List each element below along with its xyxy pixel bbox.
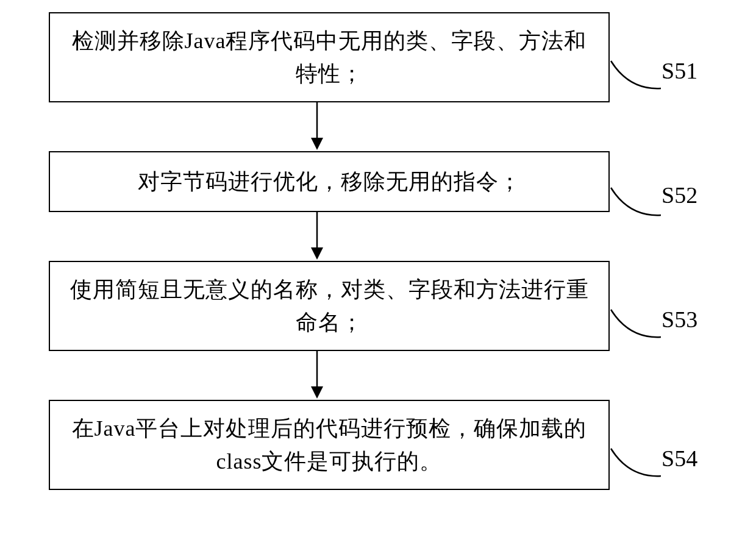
svg-marker-5 <box>311 386 323 399</box>
arrow-down-icon <box>305 212 329 261</box>
step-text-2: 对字节码进行优化，移除无用的指令； <box>138 165 521 198</box>
step-text-3: 使用简短且无意义的名称，对类、字段和方法进行重命名； <box>68 273 590 339</box>
step-text-4: 在Java平台上对处理后的代码进行预检，确保加载的class文件是可执行的。 <box>68 412 590 478</box>
step-row-3: 使用简短且无意义的名称，对类、字段和方法进行重命名； S53 <box>24 261 732 351</box>
arrow-2 <box>305 212 329 261</box>
arrow-down-icon <box>305 102 329 151</box>
step-row-1: 检测并移除Java程序代码中无用的类、字段、方法和特性； S51 <box>24 12 732 102</box>
step-label-3: S53 <box>661 306 697 333</box>
flowchart-container: 检测并移除Java程序代码中无用的类、字段、方法和特性； S51 对字节码进行优… <box>24 12 732 490</box>
connector-curve-4 <box>611 449 663 480</box>
step-row-2: 对字节码进行优化，移除无用的指令； S52 <box>24 151 732 212</box>
svg-marker-1 <box>311 138 323 150</box>
connector-curve-2 <box>611 188 663 219</box>
step-box-2: 对字节码进行优化，移除无用的指令； <box>49 151 610 212</box>
step-box-4: 在Java平台上对处理后的代码进行预检，确保加载的class文件是可执行的。 <box>49 400 610 490</box>
connector-curve-1 <box>611 61 663 93</box>
step-label-4: S54 <box>661 445 697 472</box>
step-label-1: S51 <box>661 57 697 84</box>
step-row-4: 在Java平台上对处理后的代码进行预检，确保加载的class文件是可执行的。 S… <box>24 400 732 490</box>
arrow-3 <box>305 351 329 400</box>
step-label-2: S52 <box>661 182 697 208</box>
arrow-1 <box>305 102 329 151</box>
step-box-1: 检测并移除Java程序代码中无用的类、字段、方法和特性； <box>49 12 610 102</box>
connector-curve-3 <box>611 310 663 341</box>
step-box-3: 使用简短且无意义的名称，对类、字段和方法进行重命名； <box>49 261 610 351</box>
step-text-1: 检测并移除Java程序代码中无用的类、字段、方法和特性； <box>68 24 590 90</box>
svg-marker-3 <box>311 247 323 260</box>
arrow-down-icon <box>305 351 329 400</box>
